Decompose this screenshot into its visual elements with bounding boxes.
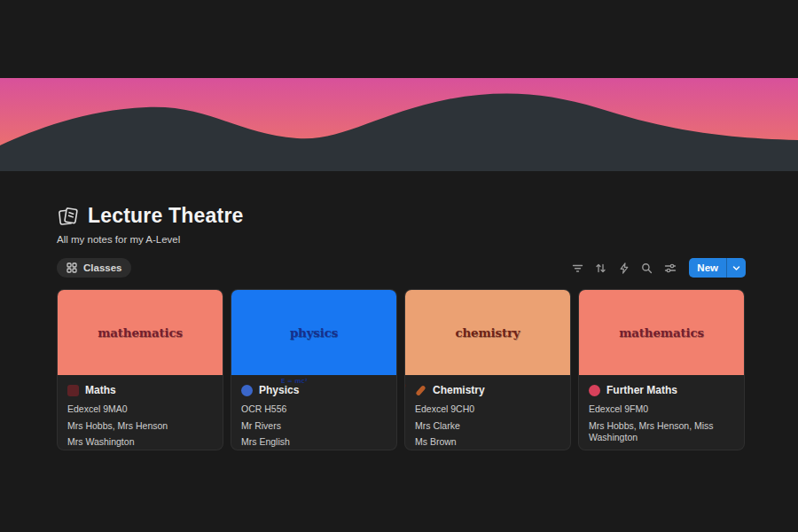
card-title-row: Chemistry <box>415 384 560 396</box>
sort-icon[interactable] <box>591 259 610 278</box>
card-title: Chemistry <box>433 384 485 396</box>
card-title: Physics <box>259 384 299 396</box>
gallery-grid-icon <box>66 262 77 273</box>
cover-annotation-bottom: E = mc² <box>281 378 308 385</box>
gallery: mathematics x = −b ± √b²−4ac ⁄ 2a △ ◇ Ma… <box>57 289 746 450</box>
class-card[interactable]: mathematics x = −b ± √b²−4ac ⁄ 2a △ ◇ Fu… <box>578 289 745 450</box>
card-property: Mrs Washington <box>67 436 213 448</box>
card-property: Mrs Hobbs, Mrs Henson <box>67 420 213 432</box>
card-body: Chemistry Edexcel 9CH0Mrs ClarkeMs Brown <box>405 375 570 448</box>
tickets-icon <box>57 205 80 228</box>
card-title: Maths <box>85 384 116 396</box>
view-settings-sliders-icon[interactable] <box>661 259 679 278</box>
view-toolbar: New <box>568 258 746 278</box>
card-title: Further Maths <box>606 384 677 396</box>
card-property: Edexcel 9FM0 <box>589 403 734 415</box>
card-body: Further Maths Edexcel 9FM0Mrs Hobbs, Mrs… <box>579 375 744 443</box>
new-button-chevron-down-icon[interactable] <box>727 258 746 278</box>
card-body: Physics OCR H556Mr RiversMrs English <box>231 375 396 448</box>
card-property: Mrs Clarke <box>415 420 560 432</box>
new-button-label[interactable]: New <box>689 258 726 278</box>
card-cover: mathematics x = −b ± √b²−4ac ⁄ 2a △ ◇ <box>579 290 744 375</box>
rosette-icon <box>589 385 600 396</box>
cover-wordart: physics <box>290 325 338 340</box>
card-property: Mrs English <box>241 436 387 448</box>
automations-lightning-icon[interactable] <box>614 259 633 278</box>
card-cover: chemistry <box>405 290 570 375</box>
card-property: Edexcel 9CH0 <box>415 403 560 415</box>
molecule-doodle <box>404 375 407 395</box>
card-properties: Edexcel 9CH0Mrs ClarkeMs Brown <box>415 403 560 448</box>
card-property: Ms Brown <box>415 436 560 448</box>
page-description: All my notes for my A-Level <box>57 234 746 245</box>
card-cover: physics E = mc² <box>231 290 396 375</box>
page-cover <box>0 78 798 171</box>
card-property: Mr Rivers <box>241 420 387 432</box>
maths-book-icon <box>67 385 79 396</box>
tab-classes-label: Classes <box>83 262 121 273</box>
card-property: Mrs Hobbs, Mrs Henson, Miss Washington <box>589 420 734 443</box>
card-title-row: Maths <box>67 384 213 396</box>
cover-wordart: mathematics <box>619 325 704 340</box>
cover-wordart: mathematics <box>98 325 183 340</box>
card-property: OCR H556 <box>241 403 387 415</box>
card-title-row: Further Maths <box>589 384 734 396</box>
filter-icon[interactable] <box>568 259 587 278</box>
tab-classes[interactable]: Classes <box>57 258 131 278</box>
card-cover: mathematics x = −b ± √b²−4ac ⁄ 2a △ ◇ <box>58 290 223 375</box>
search-icon[interactable] <box>638 259 656 278</box>
page-title: Lecture Theatre <box>88 204 244 228</box>
test-tube-icon <box>415 384 426 395</box>
new-button[interactable]: New <box>689 258 746 278</box>
card-properties: Edexcel 9FM0Mrs Hobbs, Mrs Henson, Miss … <box>589 403 734 443</box>
cover-wordart: chemistry <box>455 325 520 340</box>
galaxy-icon <box>241 385 253 396</box>
class-card[interactable]: mathematics x = −b ± √b²−4ac ⁄ 2a △ ◇ Ma… <box>57 289 223 450</box>
class-card[interactable]: physics E = mc² Physics OCR H556Mr River… <box>231 289 397 450</box>
card-properties: OCR H556Mr RiversMrs English <box>241 403 387 448</box>
card-body: Maths Edexcel 9MA0Mrs Hobbs, Mrs HensonM… <box>58 375 223 448</box>
page-content: Lecture Theatre All my notes for my A-Le… <box>0 171 798 450</box>
page-header: Lecture Theatre <box>57 204 746 228</box>
class-card[interactable]: chemistry Chemistry Edexcel 9CH0Mrs Cla <box>404 289 571 450</box>
wave-shape <box>0 94 798 171</box>
card-property: Edexcel 9MA0 <box>67 403 213 415</box>
card-properties: Edexcel 9MA0Mrs Hobbs, Mrs HensonMrs Was… <box>67 403 213 448</box>
view-tab-bar: Classes <box>57 258 746 278</box>
cover-wave-graphic <box>0 78 798 171</box>
card-title-row: Physics <box>241 384 387 396</box>
